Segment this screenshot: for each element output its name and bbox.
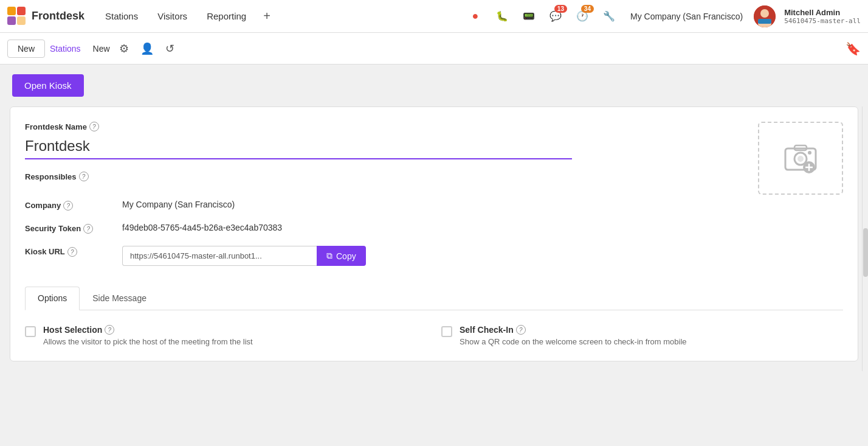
avatar-image <box>754 5 776 27</box>
settings-button[interactable]: 🔧 <box>599 6 619 27</box>
main-card-container: Frontdesk Name ? Responsibles ? Company <box>0 106 868 371</box>
company-selector[interactable]: My Company (San Francisco) <box>630 12 743 21</box>
nav-stations[interactable]: Stations <box>97 6 146 26</box>
tab-side-message[interactable]: Side Message <box>80 287 159 310</box>
frontdesk-name-row: Frontdesk Name ? <box>25 122 758 159</box>
copy-label: Copy <box>336 251 356 261</box>
options-grid: Host Selection ? Allows the visitor to p… <box>25 325 843 346</box>
logo-icon <box>7 7 27 26</box>
header-left: Frontdesk Name ? Responsibles ? Company <box>25 122 758 272</box>
security-token-help[interactable]: ? <box>83 224 93 234</box>
responsibles-label: Responsibles ? <box>25 172 758 181</box>
gear-settings-button[interactable]: ⚙ <box>115 40 133 58</box>
debug-button[interactable]: 🐛 <box>492 6 512 27</box>
bug-icon: 🐛 <box>496 10 508 22</box>
kiosk-url-input-row: ⧉ Copy <box>122 246 758 266</box>
company-label: Company ? <box>25 200 122 211</box>
svg-point-5 <box>760 9 769 18</box>
host-selection-option: Host Selection ? Allows the visitor to p… <box>25 325 427 346</box>
host-selection-help[interactable]: ? <box>105 325 114 335</box>
record-icon: ● <box>472 10 479 23</box>
wrench-icon: 🔧 <box>603 10 615 22</box>
frontdesk-name-help[interactable]: ? <box>89 122 99 131</box>
security-token-label: Security Token ? <box>25 223 122 234</box>
alerts-badge: 34 <box>581 5 594 13</box>
nav-reporting[interactable]: Reporting <box>198 6 255 26</box>
security-token-row: Security Token ? f49deb08-5765-4a45-b26a… <box>25 217 758 240</box>
add-user-button[interactable]: 👤 <box>138 40 156 58</box>
frontdesk-name-input[interactable] <box>25 134 572 159</box>
self-checkin-checkbox[interactable] <box>441 326 452 337</box>
self-checkin-option: Self Check-In ? Show a QR code on the we… <box>441 325 843 346</box>
svg-point-12 <box>797 156 804 162</box>
kiosk-url-field: ⧉ Copy <box>122 246 758 266</box>
alerts-button[interactable]: 🕐 34 <box>572 6 593 27</box>
photo-upload-area[interactable] <box>758 122 843 195</box>
scrollbar-thumb[interactable] <box>863 228 868 277</box>
user-info: Mitchell Admin 54610475-master-all <box>784 8 861 25</box>
phone-button[interactable]: 📟 <box>518 6 539 27</box>
tab-options[interactable]: Options <box>25 287 80 310</box>
camera-icon <box>782 139 819 176</box>
messages-badge: 13 <box>554 5 567 13</box>
photo-icon-container <box>782 139 819 178</box>
app-logo[interactable]: Frontdesk <box>7 7 84 26</box>
open-kiosk-button[interactable]: Open Kiosk <box>12 74 84 97</box>
nav-icons: ● 🐛 📟 💬 13 🕐 34 🔧 My Company (San Franci… <box>465 5 861 27</box>
breadcrumb-parent[interactable]: Stations <box>50 44 81 54</box>
phone-icon: 📟 <box>523 10 535 22</box>
kiosk-url-help[interactable]: ? <box>67 247 77 257</box>
host-selection-title: Host Selection ? <box>43 325 253 335</box>
messages-button[interactable]: 💬 13 <box>545 6 566 27</box>
host-selection-checkbox[interactable] <box>25 326 36 337</box>
svg-rect-0 <box>7 7 16 15</box>
main-card: Frontdesk Name ? Responsibles ? Company <box>10 106 858 361</box>
host-selection-desc: Allows the visitor to pick the host of t… <box>43 337 253 346</box>
bookmark-icon[interactable]: 🔖 <box>846 41 861 56</box>
nav-add-button[interactable]: + <box>257 7 277 26</box>
header-fields: Frontdesk Name ? Responsibles ? Company <box>25 122 843 272</box>
top-navigation: Frontdesk Stations Visitors Reporting + … <box>0 0 868 33</box>
tabs: Options Side Message <box>25 287 843 310</box>
kiosk-url-row: Kiosk URL ? ⧉ Copy <box>25 240 758 272</box>
breadcrumb-current: New <box>93 44 110 54</box>
frontdesk-name-label: Frontdesk Name ? <box>25 122 758 131</box>
user-avatar[interactable] <box>754 5 776 27</box>
copy-icon: ⧉ <box>326 251 332 261</box>
self-checkin-help[interactable]: ? <box>516 325 526 335</box>
record-button[interactable]: ● <box>465 6 486 27</box>
company-help[interactable]: ? <box>63 201 73 211</box>
user-name: Mitchell Admin <box>784 8 861 17</box>
scrollbar-track[interactable] <box>862 106 868 371</box>
toolbar: New Stations New ⚙ 👤 ↺ 🔖 <box>0 33 868 64</box>
user-id: 54610475-master-all <box>784 17 861 25</box>
app-name: Frontdesk <box>32 10 84 23</box>
svg-rect-3 <box>17 16 26 25</box>
svg-rect-1 <box>17 7 26 15</box>
open-kiosk-section: Open Kiosk <box>0 64 868 106</box>
security-token-value: f49deb08-5765-4a45-b26a-e3ec4ab70383 <box>122 223 758 234</box>
host-selection-content: Host Selection ? Allows the visitor to p… <box>43 325 253 346</box>
company-value: My Company (San Francisco) <box>122 200 758 211</box>
svg-rect-2 <box>7 16 16 25</box>
nav-visitors[interactable]: Visitors <box>149 6 196 26</box>
responsibles-help[interactable]: ? <box>79 172 89 181</box>
refresh-button[interactable]: ↺ <box>161 40 179 58</box>
kiosk-url-input[interactable] <box>122 246 317 266</box>
responsibles-row: Responsibles ? <box>25 172 758 181</box>
self-checkin-desc: Show a QR code on the welcome screen to … <box>460 337 687 346</box>
kiosk-url-label: Kiosk URL ? <box>25 246 122 266</box>
options-section: Host Selection ? Allows the visitor to p… <box>25 310 843 346</box>
svg-point-11 <box>808 151 811 155</box>
self-checkin-content: Self Check-In ? Show a QR code on the we… <box>460 325 687 346</box>
copy-button[interactable]: ⧉ Copy <box>317 246 366 266</box>
self-checkin-title: Self Check-In ? <box>460 325 687 335</box>
svg-rect-7 <box>758 19 771 24</box>
company-row: Company ? My Company (San Francisco) <box>25 193 758 217</box>
new-button[interactable]: New <box>7 40 45 58</box>
